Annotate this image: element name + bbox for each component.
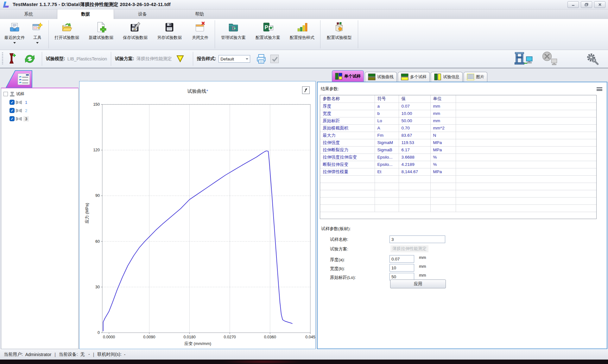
machine-connection-button[interactable] (514, 52, 533, 66)
specimen-list-tab[interactable] (6, 70, 32, 88)
configure-scheme-button[interactable]: P 配置试验方案 (251, 19, 285, 50)
results-cell: Epsilo... (375, 154, 399, 161)
tree-item-specimen-3[interactable]: ✓3 (1, 115, 78, 123)
thickness-input[interactable] (390, 255, 414, 263)
manage-scheme-button[interactable]: 管理试验方案 (216, 19, 251, 50)
tools-dropdown-arrow (36, 42, 39, 44)
report-style-selected: Default (220, 57, 234, 61)
results-cell (320, 190, 375, 197)
configure-report-style-button[interactable]: 配置报告样式 (285, 19, 319, 50)
specimen-icon (16, 109, 22, 112)
tab-multi-specimen[interactable]: 多个试样 (398, 72, 430, 82)
tab-label: 多个试样 (410, 74, 427, 80)
results-row-A[interactable]: 原始横截面积A0.70mm^2 (320, 124, 596, 132)
results-row-Epsilo...[interactable]: 断裂拉伸应变Epsilo...4.2189% (320, 161, 596, 168)
tools-button[interactable]: 工具 (27, 19, 48, 50)
single-specimen-tab-icon (335, 73, 343, 80)
new-test-data-button[interactable]: 新建试验数据 (84, 19, 118, 50)
menu-tab-system[interactable]: 系统 (0, 9, 57, 19)
settings-button[interactable] (585, 52, 599, 66)
results-row-Fm[interactable]: 最大力Fm83.67N (320, 132, 596, 139)
configure-test-model-button[interactable]: 配置试验模型 (321, 19, 357, 50)
toolbar-grip-handle[interactable] (2, 53, 3, 65)
results-row-SigmaM[interactable]: 拉伸强度SigmaM119.53MPa (320, 139, 596, 146)
results-row-Et[interactable]: 拉伸弹性模量Et8,144.67MPa (320, 168, 596, 175)
results-cell: 0.07 (399, 103, 430, 110)
results-row-b[interactable]: 宽度b10.00mm (320, 110, 596, 117)
width-input[interactable] (390, 264, 414, 272)
tab-single-specimen[interactable]: 单个试样 (332, 70, 364, 82)
new-test-data-icon (95, 21, 107, 33)
results-cell (375, 183, 399, 190)
menu-tab-help[interactable]: 帮助 (171, 9, 228, 19)
results-row-SigmaB[interactable]: 拉伸断裂应力SigmaB6.17MPa (320, 146, 596, 154)
close-file-label: 关闭文件 (192, 35, 208, 41)
results-cell: 83.67 (399, 132, 430, 139)
tree-item-label[interactable]: 2 (23, 108, 29, 113)
close-button[interactable] (594, 1, 605, 8)
results-cell (430, 175, 456, 183)
results-row-Lo[interactable]: 原始标距Lo50.00mm (320, 117, 596, 124)
toolbar-separator (42, 52, 42, 66)
tree-item-checkbox[interactable]: ✓ (10, 108, 15, 113)
tab-label: 图片 (476, 74, 484, 80)
tab-picture[interactable]: 图片 (464, 72, 487, 82)
tree-item-label[interactable]: 3 (23, 116, 29, 122)
stress-strain-plot[interactable]: 03060901201500.00000.00900.01800.02700.0… (79, 81, 315, 349)
tab-test-info[interactable]: 试验信息 (431, 72, 463, 82)
results-column-header: 参数名称 (320, 95, 375, 103)
tree-item-checkbox[interactable]: ✓ (10, 116, 15, 121)
confirm-report-button[interactable] (269, 53, 280, 64)
current-user-label: 当前用户: (4, 352, 25, 357)
results-empty-row[interactable] (320, 204, 596, 212)
save-as-test-data-button[interactable]: 另存试验数据 (152, 19, 187, 50)
add-specimen-button[interactable] (8, 52, 17, 66)
toolbar-separator (193, 52, 193, 66)
tree-root-checkbox[interactable] (3, 92, 8, 96)
apply-button[interactable]: 应用 (390, 279, 446, 288)
results-cell: mm (430, 110, 456, 117)
filter-scheme-button[interactable] (176, 55, 185, 63)
results-column-header: 值 (399, 95, 430, 103)
open-test-data-button[interactable]: 打开试验数据 (50, 19, 84, 50)
svg-text:150: 150 (93, 102, 100, 107)
results-empty-row[interactable] (320, 183, 596, 190)
picture-tab-icon (467, 73, 474, 80)
print-report-button[interactable] (255, 53, 267, 65)
offline-status-button[interactable] (542, 52, 560, 66)
results-row-Epsilo...[interactable]: 拉伸强度拉伸应变Epsilo...3.6688% (320, 154, 596, 161)
results-cell: 0.70 (399, 124, 430, 132)
results-cell: 6.17 (399, 146, 430, 154)
close-file-button[interactable]: 关闭文件 (187, 19, 214, 50)
recent-files-button[interactable]: 最近的文件 (2, 19, 27, 50)
save-test-data-button[interactable]: 保存试验数据 (118, 19, 152, 50)
results-cell: % (430, 161, 456, 168)
tools-label: 工具 (33, 35, 41, 41)
results-empty-row[interactable] (320, 190, 596, 197)
panel-menu-icon[interactable] (597, 87, 602, 91)
specimen-tree-panel: 试样 ✓1✓2✓3 (1, 88, 79, 349)
restore-button[interactable] (581, 1, 592, 8)
results-empty-row[interactable] (320, 175, 596, 183)
width-label: 宽度(b): (330, 266, 345, 272)
menu-tab-device[interactable]: 设备 (114, 9, 171, 19)
results-cell (399, 183, 430, 190)
results-column-header: 符号 (375, 95, 399, 103)
refresh-button[interactable] (24, 53, 35, 65)
results-empty-row[interactable] (320, 197, 596, 204)
x-axis-label: 应变 (mm/mm) (79, 341, 316, 347)
menu-tab-data[interactable]: 数据 (57, 9, 114, 19)
tree-item-checkbox[interactable]: ✓ (10, 100, 15, 105)
results-row-a[interactable]: 厚度a0.07mm (320, 103, 596, 110)
tree-item-specimen-2[interactable]: ✓2 (1, 106, 78, 115)
minimize-button[interactable] (567, 1, 579, 8)
close-file-icon (194, 21, 206, 33)
sample-name-input[interactable] (390, 235, 445, 243)
tree-item-specimen-1[interactable]: ✓1 (1, 98, 78, 106)
tree-root-row[interactable]: 试样 (1, 90, 78, 98)
tab-test-curve[interactable]: 试验曲线 (365, 72, 397, 82)
results-cell (375, 190, 399, 197)
tree-item-label[interactable]: 1 (23, 100, 29, 105)
report-style-combobox[interactable]: Default (218, 55, 250, 63)
status-separator: | (93, 352, 94, 357)
